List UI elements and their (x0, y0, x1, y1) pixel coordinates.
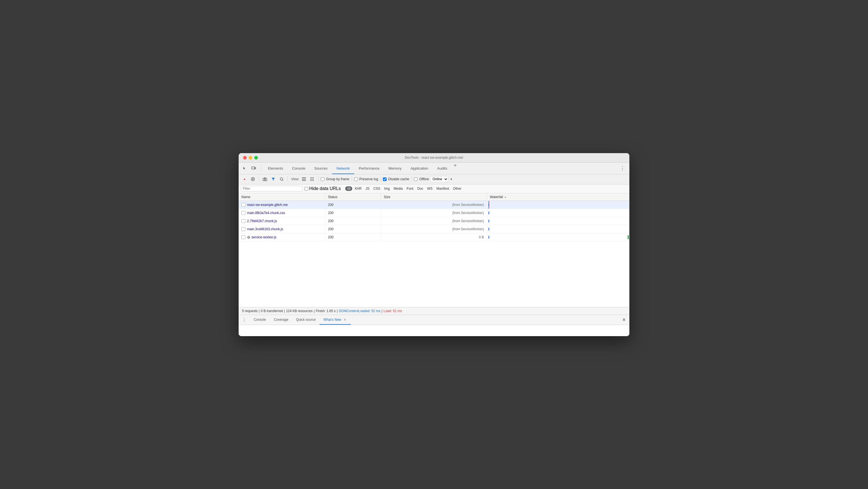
camera-button[interactable] (261, 175, 269, 183)
cursor-icon (243, 166, 247, 170)
drawer-tab-quick-source[interactable]: Quick source (292, 315, 319, 325)
minimize-button[interactable] (249, 156, 252, 160)
cell-name-4: ⚙ service-worker.js (239, 233, 325, 241)
cell-name-2: 2.7fdd42b7.chunk.js (239, 217, 325, 225)
waterfall-line-red (489, 201, 489, 209)
filter-input-wrap (241, 186, 302, 192)
devtools-body: Elements Console Sources Network Perform… (239, 163, 629, 336)
cell-status-0: 200 (325, 201, 381, 209)
nav-menu-btn[interactable]: ⋮ (618, 165, 627, 171)
tab-application[interactable]: Application (406, 163, 433, 174)
tree-view-icon (310, 177, 314, 181)
status-resources: 124 KB resources (286, 309, 313, 313)
clear-button[interactable] (249, 175, 256, 183)
table-row[interactable]: main.3cd46163.chunk.js 200 (from Service… (239, 225, 629, 233)
status-load[interactable]: Load: 51 ms (383, 309, 402, 313)
cell-size-4: 0 B (381, 233, 487, 241)
drawer-menu-button[interactable]: ⋮ (241, 316, 248, 323)
toolbar-divider-6 (411, 176, 412, 182)
filter-type-xhr[interactable]: XHR (353, 186, 363, 191)
record-button[interactable]: ● (241, 175, 248, 183)
table-row[interactable]: ⚙ service-worker.js 200 0 B (239, 233, 629, 241)
table-row[interactable]: 2.7fdd42b7.chunk.js 200 (from ServiceWor… (239, 217, 629, 225)
disable-cache-checkbox[interactable] (383, 177, 386, 181)
cell-waterfall-1 (487, 209, 629, 217)
offline-label[interactable]: Offline (419, 177, 429, 181)
group-by-frame-label[interactable]: Group by frame (326, 177, 349, 181)
svg-point-4 (264, 179, 266, 180)
toolbar-divider-3 (318, 176, 318, 182)
preserve-log-group: Preserve log (354, 177, 378, 181)
filter-type-manifest[interactable]: Manifest (435, 186, 451, 191)
svg-rect-0 (252, 167, 254, 169)
svg-rect-9 (310, 177, 312, 178)
filter-type-all[interactable]: All (345, 186, 352, 191)
header-name[interactable]: Name (239, 193, 325, 201)
tab-console[interactable]: Console (287, 163, 310, 174)
filter-type-img[interactable]: Img (382, 186, 391, 191)
search-button[interactable] (278, 175, 285, 183)
status-domcontent[interactable]: DOMContentLoaded: 52 ms (339, 309, 380, 313)
waterfall-green-tick (628, 235, 629, 239)
cell-name-1: main.8fb3a7b4.chunk.css (239, 209, 325, 217)
tab-performance[interactable]: Performance (354, 163, 384, 174)
view-label: View: (291, 177, 299, 181)
filter-button[interactable] (270, 175, 277, 183)
drawer-tab-close-icon[interactable]: ✕ (343, 318, 347, 322)
drawer-close-button[interactable]: ✕ (620, 316, 627, 323)
offline-checkbox[interactable] (414, 177, 417, 181)
svg-point-5 (280, 178, 283, 180)
table-row[interactable]: main.8fb3a7b4.chunk.css 200 (from Servic… (239, 209, 629, 217)
list-view-button[interactable] (300, 175, 308, 183)
filter-type-js[interactable]: JS (364, 186, 371, 191)
header-size[interactable]: Size (381, 193, 487, 201)
device-icon-btn[interactable] (250, 164, 258, 172)
bottom-drawer: ⋮ Console Coverage Quick source What's N… (239, 315, 629, 336)
tab-memory[interactable]: Memory (384, 163, 406, 174)
maximize-button[interactable] (254, 156, 258, 160)
disable-cache-label[interactable]: Disable cache (388, 177, 409, 181)
cell-waterfall-4 (487, 233, 629, 241)
clear-icon (251, 177, 255, 181)
group-by-frame-group: Group by frame (321, 177, 349, 181)
filter-type-other[interactable]: Other (451, 186, 463, 191)
group-by-frame-checkbox[interactable] (321, 177, 324, 181)
cell-name-0: react-sw-example.glitch.me (239, 201, 325, 209)
file-icon-2 (241, 219, 245, 223)
tab-audits[interactable]: Audits (433, 163, 452, 174)
svg-rect-1 (255, 167, 256, 169)
cell-size-2: (from ServiceWorker) (381, 217, 487, 225)
tab-sources[interactable]: Sources (310, 163, 332, 174)
status-sep-1: | (259, 309, 259, 313)
tree-view-button[interactable] (309, 175, 316, 183)
waterfall-bar-4 (489, 236, 489, 239)
hide-data-urls-label[interactable]: Hide data URLs (309, 186, 341, 191)
drawer-tab-whats-new[interactable]: What's New ✕ (319, 315, 351, 325)
filter-type-media[interactable]: Media (392, 186, 404, 191)
tab-elements[interactable]: Elements (264, 163, 287, 174)
header-waterfall[interactable]: Waterfall ▲ (487, 193, 629, 201)
table-header: Name Status Size Waterfall ▲ (239, 193, 629, 201)
drawer-tab-console[interactable]: Console (250, 315, 270, 325)
tab-network[interactable]: Network (332, 163, 354, 174)
service-worker-icon: ⚙ (247, 235, 251, 239)
cursor-icon-btn[interactable] (241, 164, 249, 172)
filter-type-css[interactable]: CSS (372, 186, 382, 191)
preserve-log-checkbox[interactable] (354, 177, 358, 181)
throttle-select[interactable]: Online (430, 176, 448, 182)
filter-type-doc[interactable]: Doc (415, 186, 425, 191)
table-row[interactable]: react-sw-example.glitch.me 200 (from Ser… (239, 201, 629, 209)
drawer-tab-coverage[interactable]: Coverage (270, 315, 292, 325)
file-icon-0 (241, 203, 245, 207)
close-button[interactable] (243, 156, 247, 160)
file-icon-3 (241, 227, 245, 231)
hide-data-urls-checkbox[interactable] (305, 187, 308, 191)
nav-more-btn[interactable]: » (452, 163, 459, 174)
filter-input[interactable] (243, 186, 300, 191)
filter-type-font[interactable]: Font (405, 186, 415, 191)
filter-type-ws[interactable]: WS (425, 186, 434, 191)
header-status[interactable]: Status (325, 193, 381, 201)
preserve-log-label[interactable]: Preserve log (360, 177, 378, 181)
sort-arrow: ▲ (504, 196, 506, 198)
cell-waterfall-2 (487, 217, 629, 225)
